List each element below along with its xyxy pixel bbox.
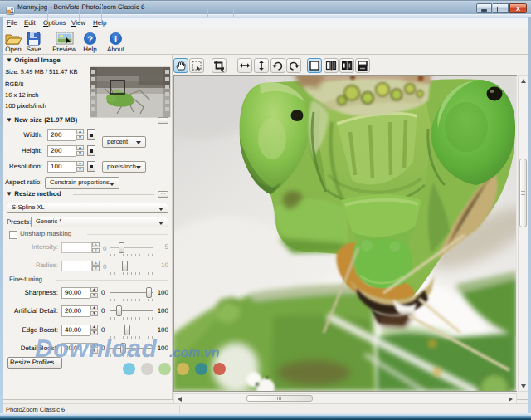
svg-text:i: i <box>114 35 117 45</box>
svg-text:?: ? <box>87 35 93 45</box>
